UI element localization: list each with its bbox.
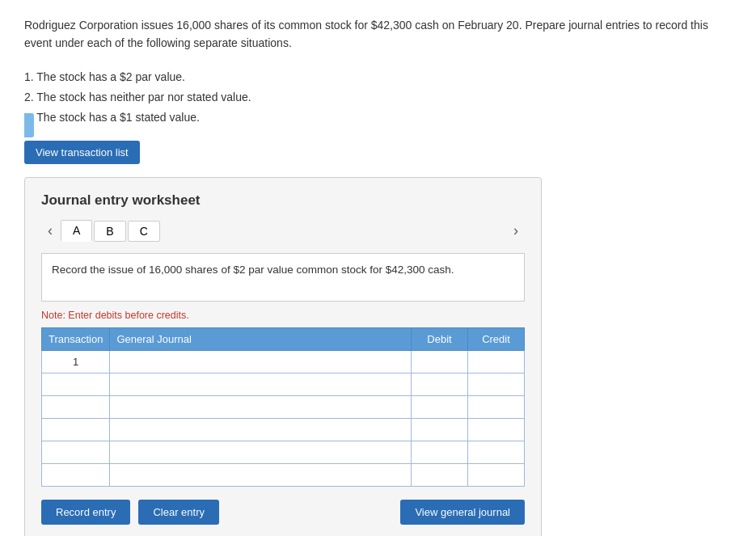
note-text: Note: Enter debits before credits. [41,310,525,321]
general-journal-cell[interactable] [110,351,412,374]
col-header-credit: Credit [468,328,525,351]
tab-a[interactable]: A [61,220,92,242]
problem-item-3: 3. The stock has a $1 stated value. [24,108,732,128]
col-header-transaction: Transaction [42,328,110,351]
transaction-num [42,464,110,487]
tab-c[interactable]: C [128,221,160,242]
general-journal-input[interactable] [113,354,408,369]
problem-intro: Rodriguez Corporation issues 16,000 shar… [24,16,732,53]
credit-input[interactable] [471,422,521,437]
debit-cell[interactable] [412,351,468,374]
credit-cell[interactable] [468,419,525,441]
transaction-num [42,396,110,419]
journal-worksheet: Journal entry worksheet ‹ A B C › Record… [24,177,542,536]
table-row [42,396,525,419]
problem-item-2: 2. The stock has neither par nor stated … [24,87,732,108]
general-journal-cell[interactable] [110,419,412,441]
debit-cell[interactable] [412,464,468,487]
button-row: Record entry Clear entry View general jo… [41,500,525,525]
credit-input[interactable] [471,377,521,392]
debit-input[interactable] [415,467,464,483]
description-text: Record the issue of 16,000 shares of $2 … [52,264,454,276]
debit-cell[interactable] [412,441,468,464]
transaction-num [42,419,110,441]
view-general-journal-button[interactable]: View general journal [400,500,525,525]
credit-cell[interactable] [468,441,525,464]
col-header-debit: Debit [412,328,468,351]
debit-input[interactable] [415,354,464,369]
transaction-num: 1 [42,351,110,374]
general-journal-input[interactable] [113,377,408,392]
debit-input[interactable] [415,377,464,392]
credit-cell[interactable] [468,351,525,374]
general-journal-cell[interactable] [110,464,412,487]
description-box: Record the issue of 16,000 shares of $2 … [41,253,525,302]
credit-cell[interactable] [468,374,525,396]
credit-input[interactable] [471,399,521,415]
general-journal-cell[interactable] [110,441,412,464]
clear-entry-button[interactable]: Clear entry [138,500,219,525]
general-journal-input[interactable] [113,399,408,415]
debit-cell[interactable] [412,419,468,441]
debit-cell[interactable] [412,374,468,396]
debit-input[interactable] [415,422,464,437]
general-journal-input[interactable] [113,422,408,437]
worksheet-title: Journal entry worksheet [41,192,525,209]
table-row: 1 [42,351,525,374]
tab-b[interactable]: B [94,221,125,242]
view-transaction-button[interactable]: View transaction list [24,141,140,164]
problem-list: 1. The stock has a $2 par value. 2. The … [24,67,732,129]
credit-input[interactable] [471,445,521,460]
tab-prev-arrow[interactable]: ‹ [41,222,59,239]
transaction-num [42,374,110,396]
side-marker [24,113,34,137]
table-row [42,441,525,464]
col-header-general-journal: General Journal [110,328,412,351]
credit-cell[interactable] [468,396,525,419]
journal-table: Transaction General Journal Debit Credit… [41,327,525,487]
debit-input[interactable] [415,445,464,460]
tab-next-arrow[interactable]: › [507,222,525,239]
record-entry-button[interactable]: Record entry [41,500,130,525]
credit-cell[interactable] [468,464,525,487]
general-journal-input[interactable] [113,445,408,460]
general-journal-cell[interactable] [110,374,412,396]
debit-input[interactable] [415,399,464,415]
general-journal-cell[interactable] [110,396,412,419]
debit-cell[interactable] [412,396,468,419]
problem-item-1: 1. The stock has a $2 par value. [24,67,732,87]
credit-input[interactable] [471,354,521,369]
credit-input[interactable] [471,467,521,483]
table-row [42,374,525,396]
table-row [42,464,525,487]
tab-navigation: ‹ A B C › [41,220,525,242]
general-journal-input[interactable] [113,467,408,483]
transaction-num [42,441,110,464]
table-row [42,419,525,441]
